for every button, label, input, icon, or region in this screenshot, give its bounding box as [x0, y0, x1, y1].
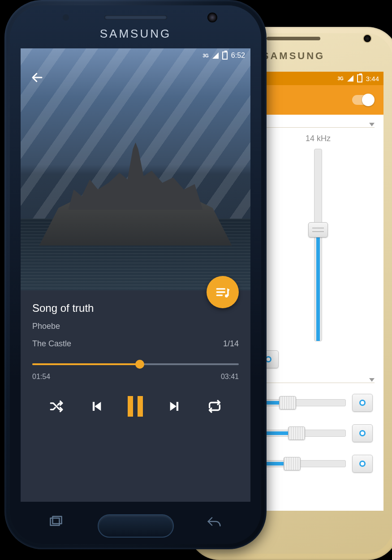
- slider-thumb[interactable]: [288, 426, 305, 440]
- phone-brand: SAMSUNG: [262, 50, 325, 62]
- hardware-camera: [207, 13, 217, 22]
- track-info: Song of truth Phoebe The Castle 1/14 01:…: [21, 290, 250, 430]
- skip-previous-icon: [88, 399, 103, 414]
- back-icon: [207, 516, 222, 527]
- hardware-sensor: [63, 14, 69, 21]
- shuffle-icon: [49, 399, 64, 414]
- status-bar: 3G 6:52: [21, 48, 250, 63]
- skip-next-icon: [168, 399, 183, 414]
- shuffle-button[interactable]: [49, 399, 64, 414]
- time-elapsed: 01:54: [32, 373, 50, 381]
- repeat-icon: [207, 399, 222, 414]
- previous-button[interactable]: [88, 399, 103, 414]
- play-pause-button[interactable]: [128, 396, 143, 417]
- battery-icon: [222, 52, 228, 60]
- hardware-camera: [363, 34, 372, 43]
- album-name: The Castle: [32, 339, 71, 349]
- back-button[interactable]: [30, 71, 44, 86]
- phone-mockup-front: SAMSUNG 3G 6:52 Song of truth: [4, 0, 267, 549]
- signal-icon: [347, 75, 353, 82]
- eq-band-label: 14 kHz: [291, 134, 345, 143]
- eq-enable-toggle[interactable]: [352, 95, 374, 105]
- eq-band: 14 kHz: [291, 134, 345, 341]
- pause-icon: [128, 396, 143, 417]
- reset-icon: [359, 461, 366, 467]
- eq-slider[interactable]: [291, 149, 345, 341]
- effect-slider[interactable]: [256, 460, 346, 467]
- svg-rect-1: [51, 518, 60, 526]
- battery-icon: [357, 74, 362, 82]
- playlist-fab[interactable]: [207, 276, 239, 308]
- effect-slider[interactable]: [256, 399, 346, 406]
- effect-reset-button[interactable]: [352, 424, 373, 442]
- song-title: Song of truth: [32, 302, 239, 314]
- chevron-down-icon: [369, 378, 375, 382]
- seek-bar[interactable]: [32, 360, 239, 368]
- artist-name: Phoebe: [32, 322, 239, 331]
- repeat-button[interactable]: [207, 399, 222, 414]
- effect-reset-button[interactable]: [352, 394, 373, 412]
- effect-slider[interactable]: [256, 430, 346, 437]
- hardware-speaker: [267, 37, 320, 40]
- album-art: 3G 6:52: [21, 48, 250, 290]
- recent-apps-button[interactable]: [49, 516, 63, 530]
- slider-thumb[interactable]: [284, 457, 301, 470]
- track-index: 1/14: [223, 339, 239, 349]
- seek-thumb[interactable]: [135, 360, 144, 369]
- player-screen: 3G 6:52 Song of truth Phoebe The Castle …: [21, 48, 250, 502]
- reset-icon: [359, 430, 366, 436]
- home-button[interactable]: [98, 514, 174, 538]
- phone-brand: SAMSUNG: [100, 27, 171, 41]
- eq-slider-thumb[interactable]: [308, 222, 328, 237]
- playback-controls: [32, 396, 239, 430]
- network-label: 3G: [203, 53, 209, 58]
- slider-thumb[interactable]: [279, 396, 296, 409]
- next-button[interactable]: [168, 399, 183, 414]
- playlist-music-icon: [215, 284, 230, 300]
- hardware-back-button[interactable]: [207, 516, 222, 530]
- clock: 6:52: [231, 52, 245, 60]
- svg-rect-2: [53, 517, 62, 524]
- time-duration: 03:41: [221, 373, 239, 381]
- reset-icon: [359, 400, 366, 406]
- chevron-down-icon: [369, 123, 375, 126]
- hardware-speaker: [104, 15, 167, 20]
- network-label: 3G: [337, 76, 343, 81]
- signal-icon: [212, 52, 219, 59]
- recent-apps-icon: [49, 516, 63, 527]
- clock: 3:44: [366, 75, 379, 82]
- effect-reset-button[interactable]: [352, 455, 373, 473]
